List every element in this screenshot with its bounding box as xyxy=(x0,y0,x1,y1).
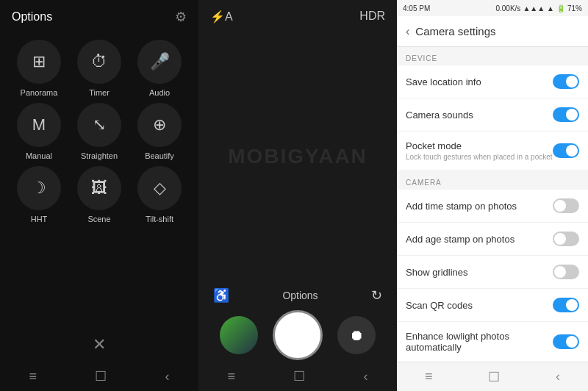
option-item-hht[interactable]: ☽ HHT xyxy=(12,166,66,223)
toggle-switch[interactable] xyxy=(553,265,579,279)
settings-scroll[interactable]: DEVICESave location infoCamera soundsPoc… xyxy=(397,47,588,362)
option-item-tilt-shift[interactable]: ◇ Tilt-shift xyxy=(132,166,187,223)
toggle-switch[interactable] xyxy=(553,298,579,312)
middle-panel: ⚡A HDR MOBIGYAAN ♿ Options ↻ ⏺ ≡ ☐ ‹ xyxy=(198,0,397,391)
options-label: Options xyxy=(282,290,318,301)
setting-name: Scan QR codes xyxy=(406,300,553,311)
left-panel: Options ⚙ ⊞ Panorama ⏱ Timer 🎤 Audio M M… xyxy=(0,0,198,391)
menu-icon[interactable]: ≡ xyxy=(228,369,236,384)
thumbnail-preview[interactable] xyxy=(220,316,258,354)
option-item-beautify[interactable]: ⊕ Beautify xyxy=(132,103,187,160)
option-label: Timer xyxy=(89,88,110,97)
setting-name: Add time stamp on photos xyxy=(406,201,553,212)
settings-title: Camera settings xyxy=(415,25,495,37)
options-label-bar: ♿ Options ↻ xyxy=(198,281,397,310)
options-title: Options xyxy=(12,10,52,24)
right-nav: ≡ ☐ ‹ xyxy=(397,362,588,391)
options-grid: ⊞ Panorama ⏱ Timer 🎤 Audio M Manual ⤡ St… xyxy=(0,31,198,232)
camera-buttons-row: ⏺ xyxy=(198,310,397,360)
settings-header: ‹ Camera settings xyxy=(397,16,588,47)
setting-row[interactable]: Add age stamp on photos xyxy=(397,223,588,256)
option-item-manual[interactable]: M Manual xyxy=(12,103,66,160)
option-icon: ◇ xyxy=(137,166,182,210)
option-label: Tilt-shift xyxy=(146,215,173,223)
setting-name: Show gridlines xyxy=(406,267,553,278)
setting-name: Enhance lowlight photos automatically xyxy=(406,331,553,353)
status-bar: 4:05 PM 0.00K/s ▲▲▲ ▲ 🔋 71% xyxy=(397,0,588,16)
setting-left: Add time stamp on photos xyxy=(406,201,553,212)
option-label: Beautify xyxy=(145,151,174,160)
back-arrow-icon[interactable]: ‹ xyxy=(406,25,409,38)
option-icon: ⊞ xyxy=(17,40,61,84)
menu-icon[interactable]: ≡ xyxy=(425,369,433,384)
option-icon: ⤡ xyxy=(77,103,121,147)
back-icon[interactable]: ‹ xyxy=(556,369,560,384)
setting-left: Camera sounds xyxy=(406,110,553,121)
setting-left: Save location info xyxy=(406,76,553,87)
option-icon: ⏱ xyxy=(77,40,121,84)
option-icon: M xyxy=(17,103,61,147)
refresh-icon[interactable]: ↻ xyxy=(371,287,382,304)
option-icon: 🎤 xyxy=(137,40,182,84)
setting-row[interactable]: Scan QR codes xyxy=(397,289,588,322)
toggle-switch[interactable] xyxy=(553,143,579,158)
battery-icon: 🔋 xyxy=(556,4,565,12)
setting-row[interactable]: Save location info xyxy=(397,65,588,98)
settings-group-camera: Add time stamp on photosAdd age stamp on… xyxy=(397,190,588,362)
accessibility-icon[interactable]: ♿ xyxy=(213,287,229,304)
signal-icon: ▲▲▲ xyxy=(523,4,545,12)
gear-icon[interactable]: ⚙ xyxy=(175,9,187,25)
setting-left: Add age stamp on photos xyxy=(406,234,553,245)
toggle-switch[interactable] xyxy=(553,74,579,89)
status-right: 0.00K/s ▲▲▲ ▲ 🔋 71% xyxy=(495,4,582,12)
option-item-scene[interactable]: 🖼 Scene xyxy=(72,166,126,223)
setting-row[interactable]: Enhance lowlight photos automatically xyxy=(397,322,588,362)
section-label-device: DEVICE xyxy=(397,47,588,65)
menu-icon[interactable]: ≡ xyxy=(29,369,37,384)
home-icon[interactable]: ☐ xyxy=(488,369,500,385)
option-icon: 🖼 xyxy=(77,166,121,210)
home-icon[interactable]: ☐ xyxy=(293,368,305,384)
setting-left: Show gridlines xyxy=(406,267,553,278)
option-label: Audio xyxy=(149,88,170,97)
toggle-switch[interactable] xyxy=(553,107,579,122)
option-item-audio[interactable]: 🎤 Audio xyxy=(132,40,187,97)
video-button[interactable]: ⏺ xyxy=(337,316,376,354)
hdr-icon[interactable]: HDR xyxy=(359,10,385,23)
setting-row[interactable]: Show gridlines xyxy=(397,256,588,289)
toggle-switch[interactable] xyxy=(553,334,579,349)
setting-name: Camera sounds xyxy=(406,110,553,121)
back-icon[interactable]: ‹ xyxy=(363,369,368,384)
flash-icon[interactable]: ⚡A xyxy=(210,10,233,24)
setting-left: Enhance lowlight photos automatically xyxy=(406,331,553,353)
setting-row[interactable]: Pocket modeLock touch gestures when plac… xyxy=(397,132,588,170)
toggle-switch[interactable] xyxy=(553,198,579,213)
setting-row[interactable]: Camera sounds xyxy=(397,98,588,132)
middle-nav: ≡ ☐ ‹ xyxy=(198,362,397,391)
option-item-panorama[interactable]: ⊞ Panorama xyxy=(12,40,66,97)
shutter-button[interactable] xyxy=(273,310,323,360)
option-label: Straighten xyxy=(81,151,118,160)
option-item-timer[interactable]: ⏱ Timer xyxy=(72,40,126,97)
battery-pct: 71% xyxy=(567,4,582,12)
setting-name: Save location info xyxy=(406,76,553,87)
left-header: Options ⚙ xyxy=(0,0,198,31)
option-label: Panorama xyxy=(21,88,58,97)
option-item-straighten[interactable]: ⤡ Straighten xyxy=(72,103,126,160)
watermark-text: MOBIGYAAN xyxy=(228,145,368,168)
right-panel: 4:05 PM 0.00K/s ▲▲▲ ▲ 🔋 71% ‹ Camera set… xyxy=(397,0,588,391)
toggle-switch[interactable] xyxy=(553,232,579,246)
option-label: HHT xyxy=(31,215,48,223)
setting-row[interactable]: Add time stamp on photos xyxy=(397,190,588,223)
option-icon: ⊕ xyxy=(137,103,182,147)
camera-bottom-controls: ♿ Options ↻ ⏺ xyxy=(198,281,397,362)
back-icon[interactable]: ‹ xyxy=(165,369,169,384)
option-label: Manual xyxy=(26,151,52,160)
close-button[interactable]: ✕ xyxy=(93,335,106,354)
left-nav: ≡ ☐ ‹ xyxy=(0,362,198,391)
network-speed: 0.00K/s xyxy=(495,4,520,12)
setting-left: Scan QR codes xyxy=(406,300,553,311)
setting-name: Add age stamp on photos xyxy=(406,234,553,245)
status-time: 4:05 PM xyxy=(403,4,430,12)
home-icon[interactable]: ☐ xyxy=(95,368,107,384)
